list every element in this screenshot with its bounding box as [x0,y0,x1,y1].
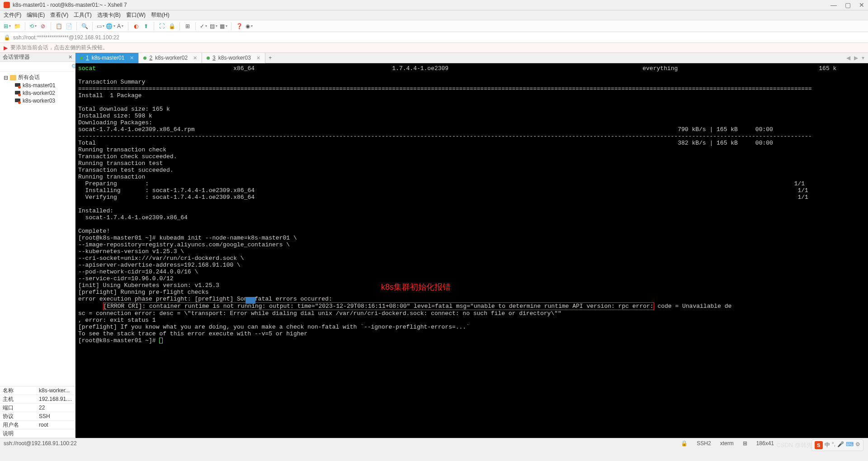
xftp-icon[interactable]: ⬆ [142,23,150,30]
hint-bar: ▶ 要添加当前会话，点击左侧的箭头按钮。 [0,43,868,53]
pkg-name: socat [78,65,96,72]
properties-icon[interactable]: ⊞ [184,23,191,30]
menu-help[interactable]: 帮助(H) [151,11,170,19]
ime-icon[interactable]: S [815,441,823,449]
ime-settings-icon[interactable]: ⚙ [855,441,860,449]
session-label: k8s-master01 [23,82,56,89]
compose-icon[interactable]: ▤ [210,23,217,30]
prop-value: 22 [37,404,75,412]
status-size: 186x41 [756,440,774,447]
prop-label: 端口 [0,404,37,412]
cmd-line: --apiserver-advertise-address=192.168.91… [78,262,241,268]
maximize-button[interactable]: ▢ [845,1,851,9]
terminal[interactable]: socat x86_64 1.7.4.4-1.oe2309 everything [75,63,868,438]
cursor [159,338,163,343]
separator [128,22,128,30]
tab-list-icon[interactable]: ▾ [862,55,864,61]
prompt: [root@k8s-master01 ~]# [78,337,159,344]
tab-worker02[interactable]: 2 k8s-worker02 ✕ [139,53,202,63]
dl-pkg: Downloading Packages: [78,119,152,126]
session-item-worker03[interactable]: k8s-worker03 [0,97,75,104]
tab-close-icon[interactable]: ✕ [256,55,260,61]
ime-punct-icon[interactable]: °, [832,441,835,449]
app-icon [4,2,10,8]
ime-toolbar[interactable]: S 中 °, 🎤 ⌨ ⚙ [811,439,863,451]
svg-point-5 [18,101,21,104]
prop-value: SSH [37,412,75,420]
lock-icon[interactable]: 🔒 [168,23,175,30]
tab-row: 1 k8s-master01 ✕ 2 k8s-worker02 ✕ 3 k8s-… [75,53,868,63]
pkg-repo: everything [642,65,678,72]
search-input[interactable] [0,63,71,71]
help-icon[interactable]: ❓ [236,23,243,30]
toolbar: ⊞ 📁 ⟲ ⊘ 📋 📄 🔍 ▭ 🌐 A ◐ ⬆ ⛶ 🔒 ⊞ ✓ ▤ ▦ ❓ ◉ [0,20,868,32]
status-left: ssh://root@192.168.91.100:22 [4,440,77,447]
complete: Complete! [78,228,110,235]
menu-edit[interactable]: 编辑(E) [27,11,45,19]
new-session-icon[interactable]: ⊞ [4,23,11,30]
menu-window[interactable]: 窗口(W) [126,11,146,19]
close-button[interactable]: ✕ [859,1,864,9]
session-icon [14,90,21,96]
search-icon[interactable]: 🔍 [81,23,88,30]
menu-tab[interactable]: 选项卡(B) [97,11,121,19]
session-properties: 名称k8s-worker... 主机192.168.91.... 端口22 协议… [0,386,75,438]
xagent-icon[interactable]: ◐ [132,23,140,30]
open-icon[interactable]: 📁 [14,23,21,30]
scheme-icon[interactable]: ▭ [97,23,104,30]
ime-lang[interactable]: 中 [825,441,830,449]
minimize-button[interactable]: — [830,1,837,9]
menu-file[interactable]: 文件(F) [4,11,21,19]
sidebar-title: 会话管理器 [3,53,30,61]
error-line: error execution phase preflight: [prefli… [78,296,332,302]
fullscreen-icon[interactable]: ⛶ [158,23,165,30]
tab-worker03[interactable]: 3 k8s-worker03 ✕ [202,53,265,63]
session-icon [14,98,21,104]
ime-voice-icon[interactable]: 🎤 [837,441,844,449]
tx-check-ok: Transaction check succeeded. [78,153,177,160]
prompt: [root@k8s-master01 ~]# kubeadm init --no… [78,235,297,241]
tree-root[interactable]: ⊟ 所有会话 [0,74,75,81]
workspace: 会话管理器 ✕ 🔍 ⊟ 所有会话 k8s-master01 k8s-worker… [0,53,868,438]
tab-num: 3 [212,55,216,61]
highlight-icon[interactable]: ✓ [200,23,207,30]
prop-label: 主机 [0,395,37,403]
font-icon[interactable]: A [117,23,124,30]
tab-prev-icon[interactable]: ◀ [846,55,850,61]
session-item-master01[interactable]: k8s-master01 [0,81,75,89]
tunnel-icon[interactable]: ▦ [220,23,227,30]
disconnect-icon[interactable]: ⊘ [39,23,47,30]
expand-icon[interactable]: ⊟ [4,75,8,81]
prop-value: k8s-worker... [37,386,75,395]
dashes: ----------------------------------------… [78,133,812,140]
menu-tools[interactable]: 工具(T) [74,11,91,19]
sidebar-close-icon[interactable]: ✕ [68,54,72,60]
session-item-worker02[interactable]: k8s-worker02 [0,89,75,97]
tab-add-button[interactable]: + [265,55,275,61]
tab-next-icon[interactable]: ▶ [854,55,858,61]
reconnect-icon[interactable]: ⟲ [29,23,37,30]
terminal-area: 1 k8s-master01 ✕ 2 k8s-worker02 ✕ 3 k8s-… [75,53,868,438]
tab-master01[interactable]: 1 k8s-master01 ✕ [75,53,139,63]
dl-size: Total download size: 165 k [78,106,170,113]
cmd-line: --image-repository=registry.aliyuncs.com… [78,241,290,248]
error-line: sc = connection error: desc = \"transpor… [78,310,561,317]
hint-text: 要添加当前会话，点击左侧的箭头按钮。 [10,44,108,52]
tab-nav: ◀ ▶ ▾ [846,55,868,61]
about-icon[interactable]: ◉ [245,23,253,30]
status-ssh: SSH2 [697,440,711,447]
menu-view[interactable]: 查看(V) [50,11,68,19]
tab-label: k8s-worker02 [155,55,188,61]
cmd-line: --pod-network-cidr=10.244.0.0/16 \ [78,268,198,275]
copy-icon[interactable]: 📋 [55,23,62,30]
prop-label: 用户名 [0,421,37,429]
tab-close-icon[interactable]: ✕ [130,55,134,61]
color-icon[interactable]: 🌐 [107,23,114,30]
ime-keyboard-icon[interactable]: ⌨ [846,441,854,449]
paste-icon[interactable]: 📄 [65,23,72,30]
annotation-text: k8s集群初始化报错 [381,284,451,291]
svg-point-1 [18,86,21,89]
address-bar[interactable]: 🔒 ssh://root:***************@192.168.91.… [0,32,868,43]
tab-close-icon[interactable]: ✕ [193,55,197,61]
rpm-line: socat-1.7.4.4-1.oe2309.x86_64.rpm 790 kB… [78,126,773,133]
